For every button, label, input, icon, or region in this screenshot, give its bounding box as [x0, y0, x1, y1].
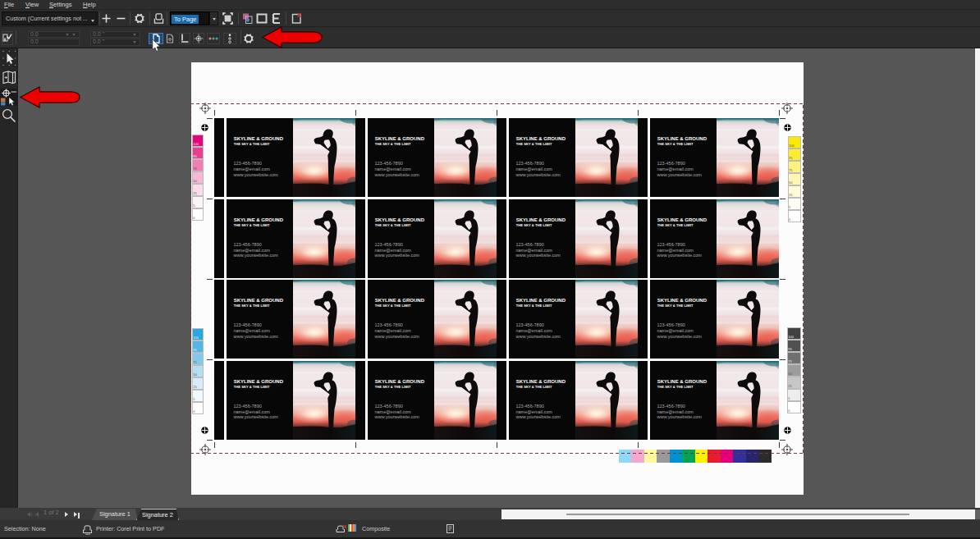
svg-text:16: 16 [342, 525, 346, 529]
